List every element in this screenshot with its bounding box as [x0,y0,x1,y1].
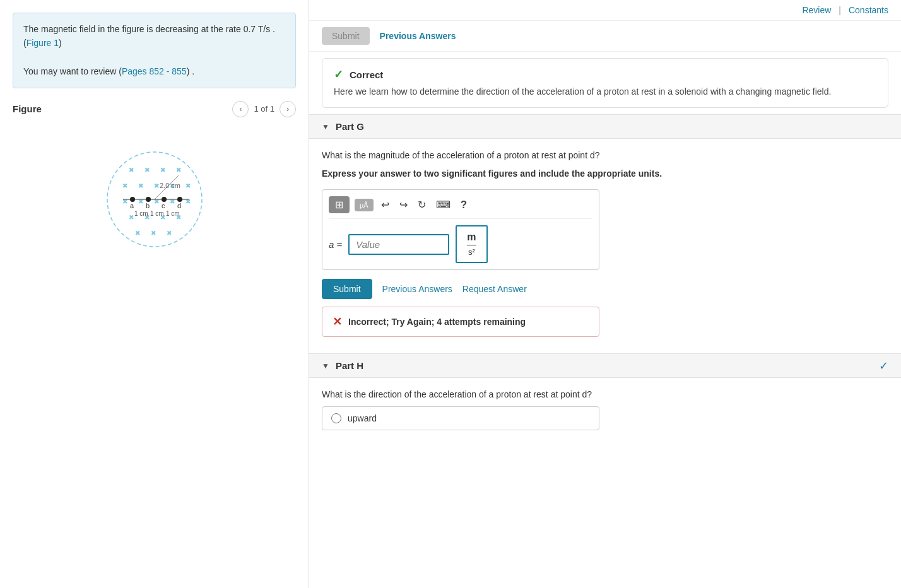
review-link[interactable]: Review [802,5,831,15]
prev-figure-btn[interactable]: ‹ [232,101,249,117]
top-bar: Review | Constants [309,0,901,21]
constants-link[interactable]: Constants [849,5,888,15]
svg-text:d: d [177,202,181,209]
part-g-label: Part G [336,121,364,132]
template-btn[interactable]: ⊞ [329,196,350,213]
help-btn[interactable]: ? [458,197,469,213]
svg-text:1 cm: 1 cm [134,210,148,217]
svg-text:×: × [129,166,133,173]
svg-text:×: × [170,197,174,205]
svg-text:×: × [161,166,165,173]
part-h-header[interactable]: ▼ Part H ✓ [309,353,901,378]
submit-button-g[interactable]: Submit [322,279,372,299]
correct-box: ✓ Correct Here we learn how to determine… [322,58,888,108]
svg-point-29 [162,197,167,202]
svg-text:×: × [145,166,149,173]
math-input-box: ⊞ µÅ ↩ ↪ ↻ ⌨ ? a = m s² [322,189,599,270]
info-rate: 0.7 T/s [244,24,271,34]
svg-text:1 cm: 1 cm [166,210,180,217]
figure-svg: × × × × × × × × × × × × × × × × × [85,136,224,250]
info-box: The magnetic field in the figure is decr… [13,13,296,88]
svg-text:×: × [129,213,133,221]
radio-upward-label: upward [348,413,377,423]
svg-text:×: × [139,197,143,205]
separator: | [839,5,841,15]
part-h-checkmark: ✓ [879,359,888,373]
math-entry-row: a = m s² [329,225,592,263]
part-g-chevron: ▼ [322,122,329,131]
svg-text:×: × [151,229,155,237]
fraction-line [467,245,476,245]
radio-option-upward[interactable]: upward [322,406,599,430]
svg-text:×: × [167,229,171,237]
correct-header: ✓ Correct [334,68,876,81]
left-panel: The magnetic field in the figure is decr… [0,0,309,588]
unit-numerator: m [467,232,476,243]
part-g-section: ▼ Part G What is the magnitude of the ac… [309,114,901,347]
svg-text:×: × [123,197,127,205]
figure-canvas: × × × × × × × × × × × × × × × × × [13,136,296,250]
part-g-content: What is the magnitude of the acceleratio… [309,139,901,347]
undo-btn[interactable]: ↩ [379,197,392,212]
svg-text:×: × [177,166,180,173]
value-input[interactable] [348,234,449,255]
figure-header: Figure ‹ 1 of 1 › [13,101,296,117]
svg-text:2.0 cm: 2.0 cm [160,182,180,189]
part-h-question: What is the direction of the acceleratio… [322,388,888,401]
svg-text:c: c [162,202,165,209]
svg-text:×: × [186,182,190,189]
figure-title: Figure [13,103,42,114]
info-text: The magnetic field in the figure is decr… [23,24,275,48]
part-h-chevron: ▼ [322,362,329,370]
svg-text:×: × [123,182,127,189]
svg-text:×: × [139,182,143,189]
svg-text:×: × [155,182,158,189]
part-g-instructions: Express your answer to two significant f… [322,167,888,180]
math-toolbar: ⊞ µÅ ↩ ↪ ↻ ⌨ ? [329,196,592,219]
svg-text:a: a [130,202,134,209]
redo-btn[interactable]: ↪ [397,197,410,212]
submit-row-top: Submit Previous Answers [309,21,901,52]
check-icon: ✓ [334,68,343,81]
prev-answers-link-top[interactable]: Previous Answers [380,31,456,41]
right-panel: Review | Constants Submit Previous Answe… [309,0,901,588]
part-h-content: What is the direction of the acceleratio… [309,378,901,440]
incorrect-box: ✕ Incorrect; Try Again; 4 attempts remai… [322,307,599,337]
part-g-question: What is the magnitude of the acceleratio… [322,149,888,162]
next-figure-btn[interactable]: › [280,101,296,117]
svg-point-27 [146,197,151,202]
unit-denominator: s² [468,247,475,257]
prev-answers-link-g[interactable]: Previous Answers [382,284,452,294]
correct-label: Correct [350,69,383,80]
submit-button-top[interactable]: Submit [322,27,370,45]
info-review-text: You may want to review ( [23,66,122,76]
svg-point-25 [130,197,135,202]
incorrect-text: Incorrect; Try Again; 4 attempts remaini… [348,317,526,327]
figure1-link[interactable]: Figure 1 [26,38,59,48]
correct-description: Here we learn how to determine the direc… [334,85,876,98]
part-g-header[interactable]: ▼ Part G [309,114,901,139]
part-h-label: Part H [336,360,363,371]
svg-point-31 [177,197,182,202]
figure-section: Figure ‹ 1 of 1 › × × × × × × [13,101,296,250]
pages-link[interactable]: Pages 852 - 855 [122,66,187,76]
part-h-section: ▼ Part H ✓ What is the direction of the … [309,353,901,440]
math-label: a = [329,239,342,250]
figure-nav: ‹ 1 of 1 › [232,101,296,117]
radio-upward[interactable] [331,413,341,423]
keyboard-btn[interactable]: ⌨ [433,197,453,212]
svg-text:1 cm: 1 cm [150,210,164,217]
svg-text:b: b [146,202,150,209]
figure-count: 1 of 1 [254,104,274,114]
fraction-unit: m s² [456,225,487,263]
svg-text:×: × [186,197,190,205]
unit-btn[interactable]: µÅ [355,199,374,211]
svg-text:×: × [136,229,139,237]
x-icon: ✕ [333,315,342,329]
submit-row-g: Submit Previous Answers Request Answer [322,279,888,299]
refresh-btn[interactable]: ↻ [415,197,428,212]
request-answer-link[interactable]: Request Answer [462,284,527,294]
